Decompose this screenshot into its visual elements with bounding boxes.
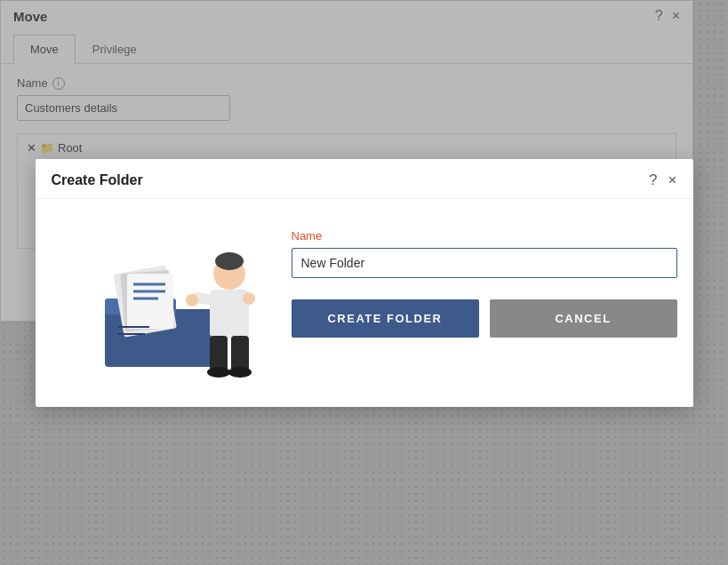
cf-body: Name CREATE FOLDER CANCEL — [36, 199, 693, 407]
create-folder-overlay: Create Folder ? × — [0, 0, 728, 565]
svg-rect-17 — [210, 336, 228, 371]
cf-title: Create Folder — [52, 172, 143, 188]
cf-name-label: Name — [292, 229, 677, 243]
svg-rect-4 — [127, 274, 173, 329]
cf-icons: ? × — [649, 171, 676, 189]
cf-create-button[interactable]: CREATE FOLDER — [292, 299, 479, 338]
create-folder-dialog: Create Folder ? × — [36, 159, 693, 407]
svg-point-19 — [207, 367, 230, 378]
cf-name-input[interactable] — [292, 248, 677, 278]
svg-point-11 — [215, 252, 244, 270]
cf-illustration — [52, 220, 265, 380]
folder-illustration — [52, 220, 265, 380]
svg-point-20 — [228, 367, 252, 378]
cf-buttons: CREATE FOLDER CANCEL — [292, 299, 677, 338]
cf-cancel-button[interactable]: CANCEL — [490, 299, 677, 338]
svg-rect-18 — [231, 336, 249, 371]
cf-close-icon[interactable]: × — [668, 171, 677, 189]
cf-right: Name CREATE FOLDER CANCEL — [292, 220, 677, 338]
cf-titlebar: Create Folder ? × — [36, 159, 693, 199]
svg-point-15 — [186, 294, 198, 306]
svg-point-16 — [243, 292, 255, 305]
cf-help-icon[interactable]: ? — [649, 171, 657, 189]
